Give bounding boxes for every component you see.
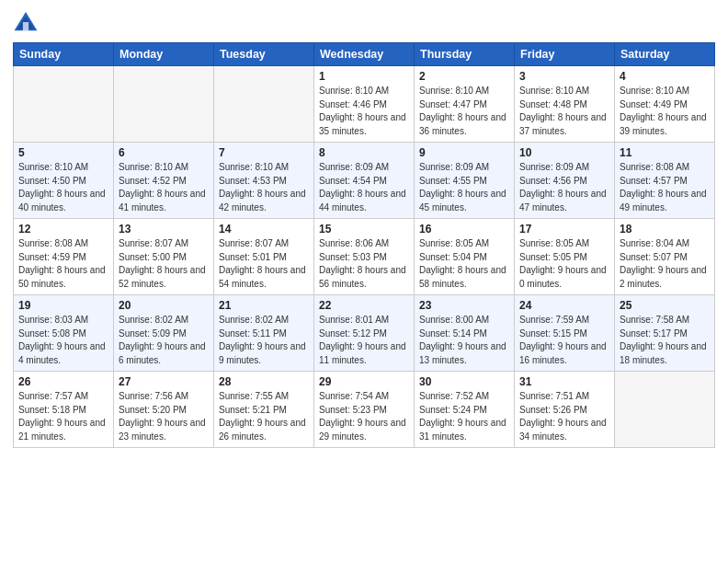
day-number: 16 xyxy=(419,223,509,236)
svg-rect-2 xyxy=(23,22,28,30)
week-row-4: 19Sunrise: 8:03 AMSunset: 5:08 PMDayligh… xyxy=(14,295,715,372)
calendar-cell: 2Sunrise: 8:10 AMSunset: 4:47 PMDaylight… xyxy=(415,66,515,143)
calendar-cell xyxy=(114,66,214,143)
day-info: Sunrise: 7:59 AMSunset: 5:15 PMDaylight:… xyxy=(519,314,609,367)
day-number: 14 xyxy=(219,223,309,236)
day-info: Sunrise: 8:07 AMSunset: 5:01 PMDaylight:… xyxy=(219,237,309,291)
calendar-cell: 8Sunrise: 8:09 AMSunset: 4:54 PMDaylight… xyxy=(314,143,415,219)
day-info: Sunrise: 7:56 AMSunset: 5:20 PMDaylight:… xyxy=(119,390,209,443)
col-header-wednesday: Wednesday xyxy=(314,43,415,66)
day-number: 22 xyxy=(319,299,409,312)
week-row-2: 5Sunrise: 8:10 AMSunset: 4:50 PMDaylight… xyxy=(14,143,715,219)
col-header-friday: Friday xyxy=(515,43,615,66)
calendar-cell: 10Sunrise: 8:09 AMSunset: 4:56 PMDayligh… xyxy=(515,143,615,219)
calendar-cell: 5Sunrise: 8:10 AMSunset: 4:50 PMDaylight… xyxy=(14,143,114,219)
calendar-cell: 28Sunrise: 7:55 AMSunset: 5:21 PMDayligh… xyxy=(214,372,314,448)
calendar-cell: 27Sunrise: 7:56 AMSunset: 5:20 PMDayligh… xyxy=(114,372,214,448)
day-info: Sunrise: 8:01 AMSunset: 5:12 PMDaylight:… xyxy=(319,314,409,367)
calendar-cell xyxy=(615,372,715,448)
calendar-cell xyxy=(14,66,114,143)
calendar-cell: 11Sunrise: 8:08 AMSunset: 4:57 PMDayligh… xyxy=(615,143,715,219)
col-header-tuesday: Tuesday xyxy=(214,43,314,66)
header xyxy=(13,9,715,35)
logo xyxy=(13,9,44,35)
day-info: Sunrise: 8:09 AMSunset: 4:55 PMDaylight:… xyxy=(419,161,509,214)
day-number: 13 xyxy=(119,223,209,236)
day-number: 15 xyxy=(319,223,409,236)
week-row-5: 26Sunrise: 7:57 AMSunset: 5:18 PMDayligh… xyxy=(14,372,715,448)
calendar-cell: 13Sunrise: 8:07 AMSunset: 5:00 PMDayligh… xyxy=(114,219,214,295)
calendar-cell: 7Sunrise: 8:10 AMSunset: 4:53 PMDaylight… xyxy=(214,143,314,219)
day-number: 20 xyxy=(119,299,209,312)
day-info: Sunrise: 8:02 AMSunset: 5:11 PMDaylight:… xyxy=(219,314,309,367)
day-info: Sunrise: 8:10 AMSunset: 4:52 PMDaylight:… xyxy=(119,161,209,214)
day-info: Sunrise: 8:03 AMSunset: 5:08 PMDaylight:… xyxy=(18,314,108,367)
logo-icon xyxy=(13,9,39,35)
day-info: Sunrise: 8:10 AMSunset: 4:46 PMDaylight:… xyxy=(319,85,409,138)
calendar-cell: 18Sunrise: 8:04 AMSunset: 5:07 PMDayligh… xyxy=(615,219,715,295)
day-number: 2 xyxy=(419,70,509,83)
day-number: 8 xyxy=(319,146,409,159)
calendar-cell: 25Sunrise: 7:58 AMSunset: 5:17 PMDayligh… xyxy=(615,295,715,372)
day-info: Sunrise: 8:05 AMSunset: 5:04 PMDaylight:… xyxy=(419,237,509,291)
calendar-cell: 14Sunrise: 8:07 AMSunset: 5:01 PMDayligh… xyxy=(214,219,314,295)
day-number: 27 xyxy=(119,375,209,388)
calendar-cell: 30Sunrise: 7:52 AMSunset: 5:24 PMDayligh… xyxy=(415,372,515,448)
calendar-cell: 22Sunrise: 8:01 AMSunset: 5:12 PMDayligh… xyxy=(314,295,415,372)
day-info: Sunrise: 8:07 AMSunset: 5:00 PMDaylight:… xyxy=(119,237,209,291)
day-number: 28 xyxy=(219,375,309,388)
day-info: Sunrise: 7:52 AMSunset: 5:24 PMDaylight:… xyxy=(419,390,509,443)
day-number: 18 xyxy=(620,223,710,236)
day-info: Sunrise: 8:02 AMSunset: 5:09 PMDaylight:… xyxy=(119,314,209,367)
day-number: 12 xyxy=(18,223,108,236)
day-number: 11 xyxy=(620,146,710,159)
calendar-cell: 29Sunrise: 7:54 AMSunset: 5:23 PMDayligh… xyxy=(314,372,415,448)
calendar-cell: 19Sunrise: 8:03 AMSunset: 5:08 PMDayligh… xyxy=(14,295,114,372)
day-number: 24 xyxy=(519,299,609,312)
day-info: Sunrise: 8:10 AMSunset: 4:53 PMDaylight:… xyxy=(219,161,309,214)
day-info: Sunrise: 8:04 AMSunset: 5:07 PMDaylight:… xyxy=(620,237,710,291)
page: SundayMondayTuesdayWednesdayThursdayFrid… xyxy=(0,0,728,563)
calendar-cell: 3Sunrise: 8:10 AMSunset: 4:48 PMDaylight… xyxy=(515,66,615,143)
calendar-cell: 6Sunrise: 8:10 AMSunset: 4:52 PMDaylight… xyxy=(114,143,214,219)
day-number: 7 xyxy=(219,146,309,159)
day-number: 19 xyxy=(18,299,108,312)
day-number: 1 xyxy=(319,70,409,83)
day-info: Sunrise: 7:57 AMSunset: 5:18 PMDaylight:… xyxy=(18,390,108,443)
day-number: 17 xyxy=(519,223,609,236)
calendar-cell xyxy=(214,66,314,143)
day-info: Sunrise: 7:54 AMSunset: 5:23 PMDaylight:… xyxy=(319,390,409,443)
day-info: Sunrise: 8:09 AMSunset: 4:54 PMDaylight:… xyxy=(319,161,409,214)
col-header-saturday: Saturday xyxy=(615,43,715,66)
calendar-cell: 31Sunrise: 7:51 AMSunset: 5:26 PMDayligh… xyxy=(515,372,615,448)
day-number: 26 xyxy=(18,375,108,388)
calendar-cell: 21Sunrise: 8:02 AMSunset: 5:11 PMDayligh… xyxy=(214,295,314,372)
day-info: Sunrise: 8:00 AMSunset: 5:14 PMDaylight:… xyxy=(419,314,509,367)
calendar-cell: 15Sunrise: 8:06 AMSunset: 5:03 PMDayligh… xyxy=(314,219,415,295)
day-info: Sunrise: 8:08 AMSunset: 4:59 PMDaylight:… xyxy=(18,237,108,291)
day-number: 5 xyxy=(18,146,108,159)
day-number: 9 xyxy=(419,146,509,159)
calendar-cell: 20Sunrise: 8:02 AMSunset: 5:09 PMDayligh… xyxy=(114,295,214,372)
calendar-table: SundayMondayTuesdayWednesdayThursdayFrid… xyxy=(13,42,715,448)
day-info: Sunrise: 8:10 AMSunset: 4:50 PMDaylight:… xyxy=(18,161,108,214)
week-row-1: 1Sunrise: 8:10 AMSunset: 4:46 PMDaylight… xyxy=(14,66,715,143)
col-header-monday: Monday xyxy=(114,43,214,66)
week-row-3: 12Sunrise: 8:08 AMSunset: 4:59 PMDayligh… xyxy=(14,219,715,295)
day-info: Sunrise: 8:10 AMSunset: 4:47 PMDaylight:… xyxy=(419,85,509,138)
calendar-cell: 24Sunrise: 7:59 AMSunset: 5:15 PMDayligh… xyxy=(515,295,615,372)
day-info: Sunrise: 7:55 AMSunset: 5:21 PMDaylight:… xyxy=(219,390,309,443)
calendar-cell: 12Sunrise: 8:08 AMSunset: 4:59 PMDayligh… xyxy=(14,219,114,295)
day-info: Sunrise: 7:51 AMSunset: 5:26 PMDaylight:… xyxy=(519,390,609,443)
col-header-thursday: Thursday xyxy=(415,43,515,66)
day-number: 23 xyxy=(419,299,509,312)
calendar-cell: 1Sunrise: 8:10 AMSunset: 4:46 PMDaylight… xyxy=(314,66,415,143)
day-number: 31 xyxy=(519,375,609,388)
day-number: 10 xyxy=(519,146,609,159)
calendar-cell: 4Sunrise: 8:10 AMSunset: 4:49 PMDaylight… xyxy=(615,66,715,143)
day-info: Sunrise: 8:06 AMSunset: 5:03 PMDaylight:… xyxy=(319,237,409,291)
day-info: Sunrise: 8:08 AMSunset: 4:57 PMDaylight:… xyxy=(620,161,710,214)
calendar-cell: 9Sunrise: 8:09 AMSunset: 4:55 PMDaylight… xyxy=(415,143,515,219)
header-row: SundayMondayTuesdayWednesdayThursdayFrid… xyxy=(14,43,715,66)
day-info: Sunrise: 8:05 AMSunset: 5:05 PMDaylight:… xyxy=(519,237,609,291)
